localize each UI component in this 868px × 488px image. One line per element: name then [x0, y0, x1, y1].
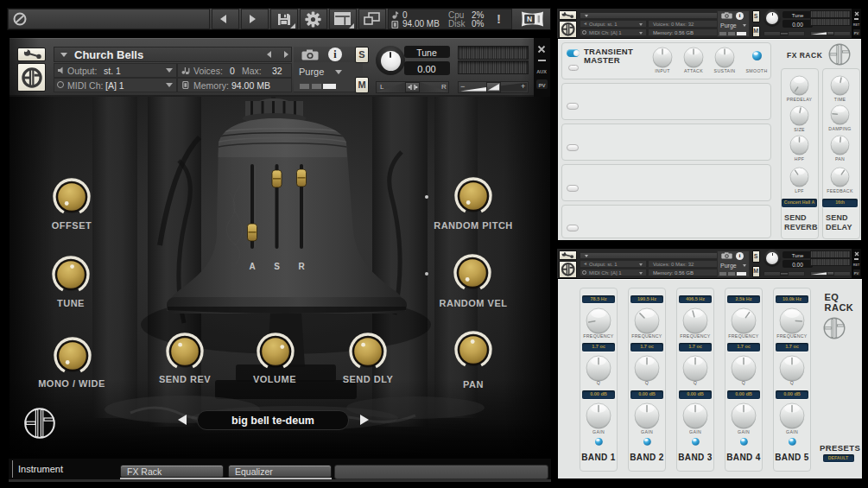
svg-text:A: A [249, 262, 255, 271]
svg-text:R: R [298, 262, 305, 271]
svg-text:N: N [527, 15, 532, 23]
svg-text:S: S [274, 262, 280, 271]
